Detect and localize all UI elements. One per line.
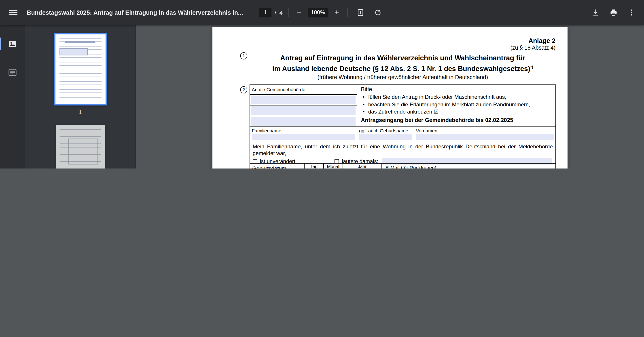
outline-icon [8, 68, 17, 77]
gemeinde-label: An die Gemeindebehörde [250, 85, 357, 94]
birthdate-grid: Tag Monat Jahr [304, 164, 382, 168]
gemeinde-input-3[interactable] [251, 117, 356, 126]
thumbnail-page-number: 1 [79, 109, 82, 115]
form-table: An die Gemeindebehörde Bitte füllen Sie … [250, 84, 556, 168]
download-button[interactable] [588, 5, 603, 20]
thumbnail-sidebar: 1 2 3 4 [0, 25, 136, 168]
sidebar-view-switcher [0, 25, 25, 168]
geburtsname-cell: ggf. auch Geburtsname [357, 127, 414, 142]
form-title-line2-text: im Ausland lebende Deutsche (§ 12 Abs. 2… [272, 65, 530, 72]
margin-number-2: 2 [240, 86, 247, 93]
bitte-box: Bitte füllen Sie den Antrag in Druck- od… [357, 85, 556, 126]
zoom-in-button[interactable]: + [332, 7, 342, 18]
thumbnails-view-button[interactable] [5, 37, 20, 51]
zoom-level[interactable]: 100% [308, 7, 328, 17]
document-title: Bundestagswahl 2025: Antrag auf Eintragu… [27, 9, 243, 16]
thumbnail-item: 2 [56, 125, 104, 168]
bitte-bullet-1: füllen Sie den Antrag in Druck- oder Mas… [361, 93, 552, 101]
jahr-label: Jahr [343, 164, 382, 168]
annex-block: Anlage 2 (zu § 18 Absatz 4) [510, 37, 556, 51]
gemeinde-line [250, 116, 357, 126]
menu-button[interactable] [6, 5, 20, 20]
form-title-footnote-mark: *) [530, 65, 533, 69]
gemeinde-input-1[interactable] [251, 96, 356, 104]
toolbar-separator [348, 8, 348, 17]
page-divider-text: / [274, 9, 276, 16]
page-1-thumbnail[interactable] [54, 33, 107, 105]
row-gemeinde-bitte: An die Gemeindebehörde Bitte füllen Sie … [250, 85, 556, 126]
vornamen-label: Vornamen [414, 127, 556, 133]
vornamen-input[interactable] [416, 134, 554, 140]
print-button[interactable] [606, 5, 621, 20]
pdf-viewer-app: Bundestagswahl 2025: Antrag auf Eintragu… [0, 0, 644, 168]
pdf-viewer[interactable]: Anlage 2 (zu § 18 Absatz 4) 1 Antrag auf… [136, 25, 644, 168]
form-title-line1: Antrag auf Eintragung in das Wählerverze… [250, 53, 556, 62]
row-names: Familienname ggf. auch Geburtsname Vorna… [250, 126, 556, 142]
vornamen-cell: Vornamen [414, 127, 556, 142]
bitte-bullet-3: das Zutreffende ankreuzen ☒ [361, 108, 552, 115]
checkbox-ist-unveraendert[interactable] [253, 159, 257, 163]
deadline-text: Antragseingang bei der Gemeindebehörde b… [361, 117, 552, 123]
fit-page-button[interactable] [353, 5, 368, 20]
hamburger-icon [10, 9, 18, 16]
annex-label: Anlage 2 [510, 37, 556, 44]
pdf-page-1: Anlage 2 (zu § 18 Absatz 4) 1 Antrag auf… [212, 27, 568, 168]
more-vert-icon [628, 8, 636, 16]
geburtsname-input[interactable] [359, 134, 412, 140]
birthdate-headers: Tag Monat Jahr [304, 164, 382, 168]
bitte-bullet-2: beachten Sie die Erläuterungen im Merkbl… [361, 101, 552, 108]
rotate-button[interactable] [371, 5, 385, 20]
form-title: Antrag auf Eintragung in das Wählerverze… [250, 53, 556, 80]
margin-number-1: 1 [240, 52, 247, 59]
gemeinde-line [250, 94, 357, 105]
thumbnail-pane: 1 2 3 4 [25, 25, 136, 168]
zoom-out-button[interactable]: − [294, 7, 304, 18]
selected-view-indicator [0, 37, 1, 50]
form-title-line2: im Ausland lebende Deutsche (§ 12 Abs. 2… [250, 62, 556, 73]
monat-label: Monat [324, 164, 343, 168]
rotate-icon [374, 8, 382, 16]
toolbar-right-actions [588, 5, 644, 20]
email-cell: E-Mail (für Rückfragen): [382, 164, 556, 168]
email-label: E-Mail (für Rückfragen): [382, 164, 556, 168]
annex-sublabel: (zu § 18 Absatz 4) [510, 45, 556, 51]
form-subtitle: (frühere Wohnung / früherer gewöhnlicher… [250, 74, 556, 80]
familienname-cell: Familienname [250, 127, 357, 142]
checkbox-lautete-damals[interactable] [335, 159, 339, 163]
tag-label: Tag [304, 164, 324, 168]
content-area: 1 2 3 4 Anlage 2 [0, 25, 644, 168]
family-name-text: Mein Familienname, unter dem ich zuletzt… [253, 143, 553, 156]
row-birthdate-email: Geburtsdatum Tag Monat Jahr [250, 163, 556, 168]
geburtsname-label: ggf. auch Geburtsname [357, 127, 414, 133]
download-icon [592, 8, 600, 16]
thumbnail-item: 1 [54, 33, 107, 115]
page-number-input[interactable] [259, 7, 272, 17]
pdf-toolbar: Bundestagswahl 2025: Antrag auf Eintragu… [0, 0, 644, 25]
page-total-text: 4 [279, 9, 282, 16]
page-2-thumbnail[interactable] [56, 125, 104, 168]
page-2-preview [60, 129, 100, 168]
bitte-title: Bitte [361, 86, 552, 92]
gemeinde-input-2[interactable] [251, 106, 356, 115]
thumbnails-icon [8, 39, 17, 48]
toolbar-left: Bundestagswahl 2025: Antrag auf Eintragu… [0, 5, 243, 20]
print-icon [610, 8, 618, 16]
more-options-button[interactable] [624, 5, 639, 20]
familienname-input[interactable] [252, 134, 355, 140]
row-family-name-status: Mein Familienname, unter dem ich zuletzt… [250, 142, 556, 163]
outline-view-button[interactable] [5, 65, 20, 79]
toolbar-separator [288, 8, 288, 17]
gemeinde-box: An die Gemeindebehörde [250, 85, 357, 126]
familienname-label: Familienname [250, 127, 357, 133]
form-body: 2 3 4 5 6 7 8 An die Gemeindebehörde [250, 84, 556, 168]
gemeinde-line [250, 105, 357, 116]
toolbar-center-controls: / 4 − 100% + [259, 5, 385, 20]
page-1-preview [59, 38, 101, 100]
fit-page-icon [356, 8, 364, 16]
geburtsdatum-label: Geburtsdatum [250, 164, 304, 168]
